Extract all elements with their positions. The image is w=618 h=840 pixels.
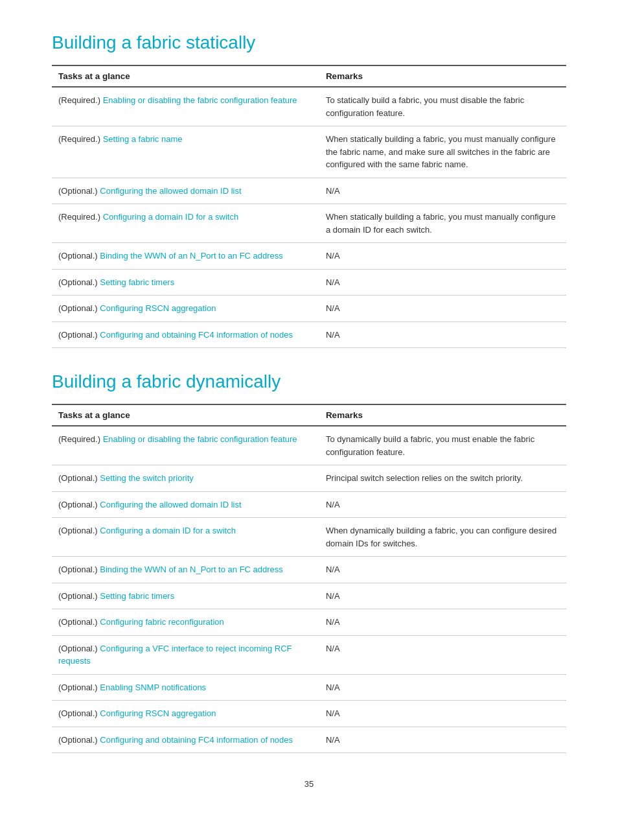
table-row: (Optional.) Configuring fabric reconfigu… — [52, 609, 566, 636]
remark-cell: N/A — [319, 296, 566, 322]
task-cell: (Optional.) Configuring the allowed doma… — [52, 178, 319, 204]
task-cell: (Required.) Configuring a domain ID for … — [52, 204, 319, 243]
section2-col1-header: Tasks at a glance — [52, 404, 319, 426]
task-prefix: (Optional.) — [58, 565, 100, 574]
remark-cell: N/A — [319, 674, 566, 701]
task-link[interactable]: Configuring the allowed domain ID list — [100, 186, 241, 196]
table-row: (Required.) Enabling or disabling the fa… — [52, 426, 566, 465]
task-cell: (Optional.) Enabling SNMP notifications — [52, 674, 319, 701]
task-prefix: (Optional.) — [58, 617, 100, 627]
task-cell: (Optional.) Setting fabric timers — [52, 269, 319, 296]
remark-cell: When statically building a fabric, you m… — [319, 204, 566, 243]
task-prefix: (Optional.) — [58, 526, 100, 535]
table-row: (Optional.) Enabling SNMP notificationsN… — [52, 674, 566, 701]
table-row: (Optional.) Setting fabric timersN/A — [52, 269, 566, 296]
section1-title: Building a fabric statically — [52, 32, 566, 53]
task-prefix: (Optional.) — [58, 251, 100, 261]
table-row: (Optional.) Configuring the allowed doma… — [52, 491, 566, 518]
table-row: (Optional.) Configuring and obtaining FC… — [52, 321, 566, 348]
remark-cell: N/A — [319, 701, 566, 727]
task-prefix: (Optional.) — [58, 735, 100, 745]
table-row: (Optional.) Configuring RSCN aggregation… — [52, 701, 566, 727]
remark-cell: When dynamically building a fabric, you … — [319, 518, 566, 557]
section2-table: Tasks at a glance Remarks (Required.) En… — [52, 404, 566, 753]
task-link[interactable]: Setting a fabric name — [103, 134, 183, 144]
remark-cell: N/A — [319, 178, 566, 204]
remark-cell: To statically build a fabric, you must d… — [319, 87, 566, 126]
task-cell: (Required.) Setting a fabric name — [52, 126, 319, 178]
section1-table: Tasks at a glance Remarks (Required.) En… — [52, 65, 566, 348]
task-prefix: (Optional.) — [58, 500, 100, 509]
task-cell: (Optional.) Configuring RSCN aggregation — [52, 701, 319, 727]
table-row: (Optional.) Configuring and obtaining FC… — [52, 727, 566, 753]
remark-cell: N/A — [319, 583, 566, 609]
task-prefix: (Required.) — [58, 212, 103, 222]
task-link[interactable]: Binding the WWN of an N_Port to an FC ad… — [100, 565, 283, 574]
task-prefix: (Optional.) — [58, 473, 100, 483]
task-link[interactable]: Enabling or disabling the fabric configu… — [103, 95, 297, 105]
task-prefix: (Optional.) — [58, 682, 100, 692]
remark-cell: N/A — [319, 243, 566, 270]
task-prefix: (Optional.) — [58, 330, 100, 340]
task-cell: (Optional.) Configuring and obtaining FC… — [52, 727, 319, 753]
task-cell: (Optional.) Binding the WWN of an N_Port… — [52, 243, 319, 270]
task-prefix: (Optional.) — [58, 303, 100, 313]
task-prefix: (Required.) — [58, 134, 103, 144]
task-prefix: (Required.) — [58, 95, 103, 105]
task-link[interactable]: Setting the switch priority — [100, 473, 194, 483]
table-row: (Optional.) Binding the WWN of an N_Port… — [52, 243, 566, 270]
task-cell: (Optional.) Configuring the allowed doma… — [52, 491, 319, 518]
task-prefix: (Required.) — [58, 434, 103, 444]
table-row: (Optional.) Setting fabric timersN/A — [52, 583, 566, 609]
task-link[interactable]: Binding the WWN of an N_Port to an FC ad… — [100, 251, 283, 261]
task-prefix: (Optional.) — [58, 644, 100, 653]
task-prefix: (Optional.) — [58, 186, 100, 196]
task-prefix: (Optional.) — [58, 708, 100, 718]
task-cell: (Required.) Enabling or disabling the fa… — [52, 426, 319, 465]
task-link[interactable]: Configuring and obtaining FC4 informatio… — [100, 330, 293, 340]
task-link[interactable]: Setting fabric timers — [100, 591, 174, 601]
remark-cell: When statically building a fabric, you m… — [319, 126, 566, 178]
remark-cell: To dynamically build a fabric, you must … — [319, 426, 566, 465]
table-row: (Required.) Configuring a domain ID for … — [52, 204, 566, 243]
table-row: (Optional.) Configuring a VFC interface … — [52, 635, 566, 674]
table-row: (Optional.) Binding the WWN of an N_Port… — [52, 557, 566, 583]
task-link[interactable]: Configuring RSCN aggregation — [100, 708, 216, 718]
task-link[interactable]: Enabling SNMP notifications — [100, 682, 206, 692]
remark-cell: Principal switch selection relies on the… — [319, 465, 566, 492]
remark-cell: N/A — [319, 727, 566, 753]
page-number: 35 — [52, 779, 566, 789]
task-link[interactable]: Setting fabric timers — [100, 277, 174, 287]
task-link[interactable]: Configuring and obtaining FC4 informatio… — [100, 735, 293, 745]
section2-col2-header: Remarks — [319, 404, 566, 426]
remark-cell: N/A — [319, 557, 566, 583]
task-cell: (Optional.) Binding the WWN of an N_Port… — [52, 557, 319, 583]
task-cell: (Optional.) Setting fabric timers — [52, 583, 319, 609]
task-prefix: (Optional.) — [58, 277, 100, 287]
section2-title: Building a fabric dynamically — [52, 371, 566, 392]
task-prefix: (Optional.) — [58, 591, 100, 601]
task-link[interactable]: Configuring the allowed domain ID list — [100, 500, 241, 509]
table-row: (Optional.) Setting the switch priorityP… — [52, 465, 566, 492]
task-link[interactable]: Configuring RSCN aggregation — [100, 303, 216, 313]
section1-col2-header: Remarks — [319, 65, 566, 87]
task-cell: (Required.) Enabling or disabling the fa… — [52, 87, 319, 126]
task-cell: (Optional.) Configuring fabric reconfigu… — [52, 609, 319, 636]
task-link[interactable]: Configuring a domain ID for a switch — [100, 526, 236, 535]
task-link[interactable]: Configuring fabric reconfiguration — [100, 617, 224, 627]
task-cell: (Optional.) Setting the switch priority — [52, 465, 319, 492]
remark-cell: N/A — [319, 635, 566, 674]
task-cell: (Optional.) Configuring and obtaining FC… — [52, 321, 319, 348]
table-row: (Required.) Enabling or disabling the fa… — [52, 87, 566, 126]
remark-cell: N/A — [319, 269, 566, 296]
table-row: (Required.) Setting a fabric nameWhen st… — [52, 126, 566, 178]
table-row: (Optional.) Configuring the allowed doma… — [52, 178, 566, 204]
remark-cell: N/A — [319, 609, 566, 636]
table-row: (Optional.) Configuring a domain ID for … — [52, 518, 566, 557]
remark-cell: N/A — [319, 491, 566, 518]
table-row: (Optional.) Configuring RSCN aggregation… — [52, 296, 566, 322]
task-link[interactable]: Enabling or disabling the fabric configu… — [103, 434, 297, 444]
task-link[interactable]: Configuring a domain ID for a switch — [103, 212, 239, 222]
task-cell: (Optional.) Configuring a VFC interface … — [52, 635, 319, 674]
task-cell: (Optional.) Configuring a domain ID for … — [52, 518, 319, 557]
